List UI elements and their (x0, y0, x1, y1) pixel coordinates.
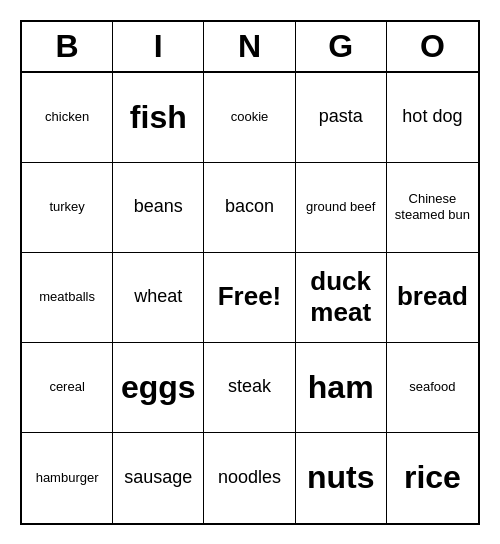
cell-text: chicken (45, 109, 89, 125)
cell-text: hamburger (36, 470, 99, 486)
bingo-cell: ground beef (296, 163, 387, 253)
cell-text: Chinese steamed bun (391, 191, 474, 222)
cell-text: meatballs (39, 289, 95, 305)
cell-text: fish (130, 98, 187, 136)
bingo-cell: beans (113, 163, 204, 253)
cell-text: wheat (134, 286, 182, 308)
bingo-cell: ham (296, 343, 387, 433)
bingo-cell: hot dog (387, 73, 478, 163)
header-letter: N (204, 22, 295, 71)
cell-text: hot dog (402, 106, 462, 128)
bingo-cell: cookie (204, 73, 295, 163)
bingo-card: BINGO chickenfishcookiepastahot dogturke… (20, 20, 480, 525)
bingo-cell: meatballs (22, 253, 113, 343)
bingo-cell: pasta (296, 73, 387, 163)
bingo-cell: wheat (113, 253, 204, 343)
bingo-cell: noodles (204, 433, 295, 523)
bingo-cell: bread (387, 253, 478, 343)
bingo-cell: seafood (387, 343, 478, 433)
bingo-cell: sausage (113, 433, 204, 523)
cell-text: cookie (231, 109, 269, 125)
cell-text: Free! (218, 281, 282, 312)
cell-text: nuts (307, 458, 375, 496)
cell-text: bacon (225, 196, 274, 218)
bingo-cell: Chinese steamed bun (387, 163, 478, 253)
cell-text: bread (397, 281, 468, 312)
header-letter: I (113, 22, 204, 71)
bingo-cell: fish (113, 73, 204, 163)
cell-text: duck meat (300, 266, 382, 328)
bingo-cell: steak (204, 343, 295, 433)
bingo-cell: chicken (22, 73, 113, 163)
cell-text: seafood (409, 379, 455, 395)
bingo-cell: rice (387, 433, 478, 523)
bingo-cell: hamburger (22, 433, 113, 523)
cell-text: rice (404, 458, 461, 496)
cell-text: beans (134, 196, 183, 218)
header-letter: O (387, 22, 478, 71)
cell-text: ground beef (306, 199, 375, 215)
bingo-cell: cereal (22, 343, 113, 433)
cell-text: eggs (121, 368, 196, 406)
cell-text: steak (228, 376, 271, 398)
cell-text: noodles (218, 467, 281, 489)
bingo-cell: Free! (204, 253, 295, 343)
bingo-cell: nuts (296, 433, 387, 523)
header-letter: B (22, 22, 113, 71)
cell-text: cereal (49, 379, 84, 395)
cell-text: turkey (49, 199, 84, 215)
bingo-cell: turkey (22, 163, 113, 253)
bingo-grid: chickenfishcookiepastahot dogturkeybeans… (22, 73, 478, 523)
bingo-cell: bacon (204, 163, 295, 253)
bingo-cell: eggs (113, 343, 204, 433)
header-letter: G (296, 22, 387, 71)
cell-text: pasta (319, 106, 363, 128)
cell-text: ham (308, 368, 374, 406)
bingo-cell: duck meat (296, 253, 387, 343)
bingo-header: BINGO (22, 22, 478, 73)
cell-text: sausage (124, 467, 192, 489)
